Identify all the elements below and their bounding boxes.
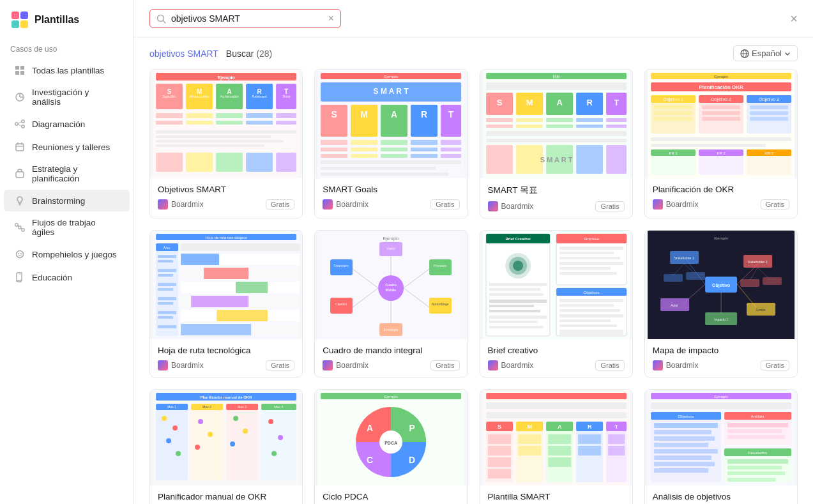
svg-rect-372 — [654, 468, 708, 473]
svg-rect-287 — [763, 277, 782, 285]
svg-rect-133 — [486, 145, 513, 174]
template-title-2: SMART Goals — [323, 185, 459, 194]
template-title-6: Cuadro de mando integral — [323, 346, 459, 355]
svg-rect-128 — [546, 125, 573, 128]
sidebar-item-label: Investigación y análisis — [32, 88, 119, 107]
svg-rect-95 — [351, 148, 377, 151]
close-button[interactable]: × — [790, 12, 798, 25]
svg-text:Objetivos: Objetivos — [678, 415, 694, 418]
language-selector[interactable]: Español — [733, 45, 798, 61]
svg-text:T: T — [448, 109, 454, 119]
svg-text:A: A — [556, 98, 563, 107]
template-card-9[interactable]: Planificador manual de OKR Mes 1 Mes 2 M… — [149, 389, 303, 504]
svg-rect-283 — [686, 272, 705, 280]
template-thumb-12: Ejemplo Objetivos — [645, 390, 797, 485]
svg-rect-3 — [20, 20, 28, 28]
template-card-1[interactable]: Ejemplo S M A R T — [149, 69, 303, 218]
svg-text:Aprendizaje: Aprendizaje — [432, 302, 449, 306]
template-meta-8: Boardmix Gratis — [653, 360, 789, 370]
svg-rect-51 — [156, 121, 183, 125]
sidebar-item-todas[interactable]: Todas las plantillas — [4, 59, 130, 81]
svg-rect-179 — [181, 243, 300, 251]
svg-rect-91 — [381, 140, 407, 145]
svg-text:目标: 目标 — [552, 75, 560, 79]
svg-rect-90 — [351, 140, 377, 145]
svg-rect-200 — [158, 311, 176, 314]
svg-text:Acción: Acción — [756, 308, 765, 312]
svg-rect-185 — [236, 282, 268, 293]
svg-rect-254 — [559, 299, 623, 302]
template-info-2: SMART Goals Boardmix Gratis — [315, 178, 467, 216]
svg-text:M: M — [527, 424, 532, 430]
svg-rect-148 — [654, 111, 692, 115]
badge-free-5: Gratis — [266, 360, 294, 370]
grid-icon — [14, 65, 26, 76]
svg-rect-13 — [22, 125, 24, 128]
template-card-6[interactable]: Ejemplo Cuadro Mando — [314, 230, 467, 378]
template-author-8: Boardmix — [653, 360, 699, 370]
svg-rect-345 — [488, 434, 511, 444]
template-title-10: Ciclo PDCA — [323, 492, 459, 501]
template-title-9: Planificador manual de OKR — [158, 492, 294, 501]
svg-rect-368 — [654, 443, 708, 447]
svg-text:Hoja de ruta tecnológica: Hoja de ruta tecnológica — [206, 236, 247, 240]
svg-rect-20 — [16, 172, 24, 178]
sidebar-item-label: Flujos de trabjao ágiles — [32, 218, 119, 237]
sidebar-item-label: Educación — [32, 273, 72, 282]
sidebar-item-estrategia[interactable]: Estrategia y planificación — [4, 159, 130, 188]
template-card-12[interactable]: Ejemplo Objetivos — [644, 389, 798, 504]
svg-point-312 — [230, 441, 235, 447]
search-clear-button[interactable]: × — [328, 13, 334, 24]
template-card-5[interactable]: Hoja de ruta tecnológica Área — [149, 230, 303, 378]
svg-rect-127 — [516, 125, 543, 128]
sidebar-item-flujos[interactable]: Flujos de trabjao ágiles — [4, 213, 130, 242]
sidebar-item-rompehielos[interactable]: Rompehielos y juegos — [4, 243, 130, 265]
thumb-svg-8: Ejemplo Objetivo Stakeholder 1 Sta — [645, 231, 797, 339]
svg-rect-327 — [486, 393, 627, 399]
sidebar-item-investigacion[interactable]: Investigación y análisis — [4, 82, 130, 112]
svg-point-305 — [166, 438, 171, 443]
svg-rect-57 — [246, 121, 273, 125]
svg-rect-377 — [727, 429, 782, 433]
sidebar-item-brainstorming[interactable]: Brainstorming — [4, 190, 130, 211]
template-info-8: Mapa de impacto Boardmix Gratis — [645, 339, 797, 377]
svg-point-311 — [243, 429, 248, 434]
svg-rect-50 — [156, 113, 183, 118]
svg-point-30 — [20, 253, 22, 254]
boardmix-icon-6 — [323, 360, 333, 370]
svg-rect-122 — [516, 118, 543, 122]
sidebar-item-reuniones[interactable]: Reuniones y talleres — [4, 136, 130, 158]
svg-rect-65 — [156, 130, 296, 134]
svg-rect-353 — [548, 457, 571, 467]
template-meta-1: Boardmix Gratis — [158, 199, 294, 210]
template-card-4[interactable]: Ejemplo Planificación OKR Objetivo 1 Obj… — [644, 69, 798, 218]
sidebar-item-label: Estrategia y planificación — [32, 164, 119, 183]
author-name-7: Boardmix — [501, 361, 534, 370]
template-card-10[interactable]: Ejemplo P D C A — [314, 389, 467, 504]
template-meta-6: Boardmix Gratis — [323, 360, 459, 370]
svg-rect-378 — [727, 435, 785, 439]
svg-rect-355 — [578, 446, 601, 455]
svg-text:KR 1: KR 1 — [669, 151, 678, 155]
template-thumb-9: Planificador manual de OKR Mes 1 Mes 2 M… — [150, 390, 302, 485]
sidebar-item-diagramacion[interactable]: Diagramación — [4, 113, 130, 135]
svg-rect-69 — [156, 153, 183, 172]
template-card-8[interactable]: Ejemplo Objetivo Stakeholder 1 Sta — [644, 230, 798, 378]
template-card-3[interactable]: 目标 S M A R T — [480, 69, 633, 218]
svg-rect-136 — [576, 145, 603, 174]
template-card-11[interactable]: S M A R T — [480, 389, 633, 504]
template-card-7[interactable]: Brief Creativo — [480, 230, 633, 378]
svg-text:Ejemplo: Ejemplo — [714, 75, 728, 79]
sidebar-item-educacion[interactable]: Educación — [4, 266, 130, 288]
svg-rect-187 — [191, 296, 248, 307]
template-info-3: SMART 목표 Boardmix Gratis — [480, 178, 632, 218]
svg-rect-23 — [15, 224, 18, 226]
search-input[interactable]: objetivos SMART — [171, 13, 323, 24]
svg-line-14 — [18, 121, 22, 124]
template-card-2[interactable]: Ejemplo S M A R T S M A R T — [314, 69, 467, 218]
svg-text:Time: Time — [282, 95, 291, 98]
svg-text:Relevant: Relevant — [252, 95, 267, 98]
svg-text:Objetivo 3: Objetivo 3 — [759, 97, 779, 102]
svg-rect-1 — [20, 11, 28, 19]
svg-text:M: M — [526, 98, 533, 107]
